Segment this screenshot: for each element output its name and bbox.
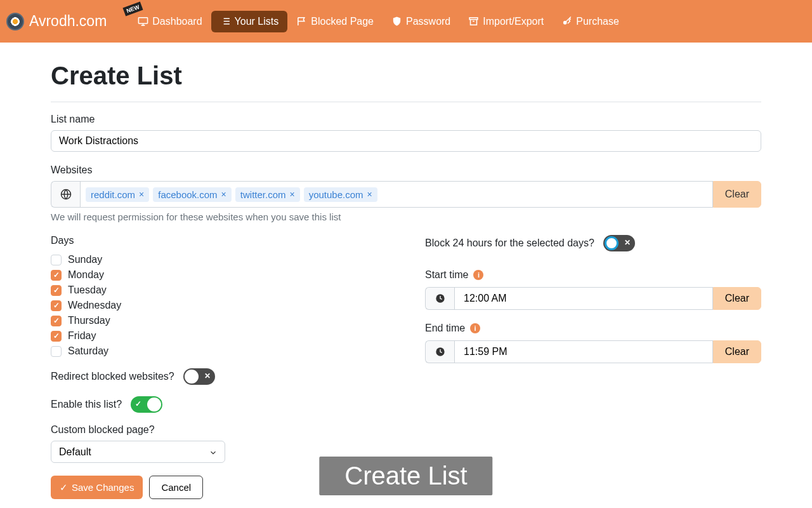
day-checkbox-saturday[interactable]	[51, 346, 62, 357]
divider	[51, 102, 761, 102]
nav-import-export[interactable]: Import/Export	[459, 11, 553, 32]
day-row-saturday: Saturday	[51, 345, 387, 357]
website-tag: twitter.com ×	[235, 187, 300, 202]
end-time-label: End time	[425, 323, 465, 334]
nav-items: NEWDashboardYour ListsBlocked PagePasswo…	[129, 11, 628, 32]
tag-remove-icon[interactable]: ×	[289, 189, 294, 199]
top-navbar: Avrodh.com NEWDashboardYour ListsBlocked…	[0, 0, 812, 43]
enable-toggle[interactable]: ✓	[131, 396, 162, 413]
clock-icon	[425, 340, 454, 363]
day-row-thursday: Thursday	[51, 315, 387, 326]
svg-rect-0	[139, 18, 148, 23]
key-icon	[561, 16, 572, 27]
nav-dashboard[interactable]: NEWDashboard	[129, 11, 211, 32]
clock-icon	[425, 287, 454, 310]
nav-label: Password	[406, 16, 450, 27]
day-row-monday: Monday	[51, 269, 387, 281]
list-name-label: List name	[51, 114, 761, 125]
day-label: Saturday	[68, 345, 108, 357]
page-title: Create List	[51, 62, 761, 90]
x-icon: ✕	[624, 238, 631, 247]
logo-icon	[6, 13, 24, 30]
website-tag: facebook.com ×	[153, 187, 232, 202]
day-label: Sunday	[68, 254, 102, 265]
start-time-input[interactable]	[454, 287, 713, 310]
day-checkbox-sunday[interactable]	[51, 255, 62, 265]
brand-text: Avrodh.com	[29, 13, 107, 30]
day-label: Monday	[68, 269, 104, 281]
day-checkbox-wednesday[interactable]	[51, 300, 62, 311]
day-label: Friday	[68, 330, 96, 342]
cancel-button[interactable]: Cancel	[149, 476, 203, 499]
end-time-input[interactable]	[454, 340, 713, 363]
nav-label: Purchase	[576, 16, 619, 27]
nav-purchase[interactable]: Purchase	[553, 11, 628, 32]
redirect-toggle[interactable]: ✕	[183, 368, 215, 385]
custom-page-select[interactable]: Default	[51, 441, 225, 463]
websites-clear-button[interactable]: Clear	[713, 181, 761, 208]
day-row-friday: Friday	[51, 330, 387, 342]
block24-toggle[interactable]: ✕	[603, 235, 635, 251]
day-checkbox-monday[interactable]	[51, 270, 62, 281]
nav-label: Dashboard	[152, 16, 202, 27]
shield-icon	[391, 16, 402, 27]
flag-icon	[296, 16, 307, 27]
list-name-input[interactable]	[51, 130, 761, 152]
nav-label: Import/Export	[483, 16, 544, 27]
day-label: Wednesday	[68, 300, 121, 311]
svg-rect-1	[469, 18, 478, 20]
day-row-tuesday: Tuesday	[51, 284, 387, 296]
tag-remove-icon[interactable]: ×	[139, 189, 144, 199]
day-row-wednesday: Wednesday	[51, 300, 387, 311]
websites-helper: We will request permission for these web…	[51, 211, 761, 222]
tag-remove-icon[interactable]: ×	[221, 189, 226, 199]
custom-page-label: Custom blocked page?	[51, 424, 387, 436]
days-label: Days	[51, 235, 387, 246]
day-checkbox-thursday[interactable]	[51, 316, 62, 326]
redirect-label: Redirect blocked websites?	[51, 371, 174, 382]
website-tag: youtube.com ×	[304, 187, 377, 202]
nav-your-lists[interactable]: Your Lists	[211, 11, 288, 32]
day-row-sunday: Sunday	[51, 254, 387, 265]
info-icon[interactable]: i	[473, 270, 483, 280]
day-checkbox-friday[interactable]	[51, 331, 62, 342]
globe-icon	[51, 181, 80, 208]
nav-blocked-page[interactable]: Blocked Page	[287, 11, 383, 32]
end-time-clear-button[interactable]: Clear	[713, 340, 761, 363]
start-time-label: Start time	[425, 269, 468, 281]
tag-remove-icon[interactable]: ×	[367, 189, 372, 199]
new-badge: NEW	[123, 1, 143, 16]
enable-label: Enable this list?	[51, 399, 122, 410]
websites-label: Websites	[51, 164, 761, 176]
day-label: Tuesday	[68, 284, 107, 296]
info-icon[interactable]: i	[470, 323, 480, 333]
check-icon: ✓	[60, 482, 68, 493]
websites-input[interactable]: reddit.com ×facebook.com ×twitter.com ×y…	[80, 181, 713, 208]
list-icon	[220, 16, 231, 27]
nav-label: Your Lists	[235, 16, 279, 27]
block24-label: Block 24 hours for the selected days?	[425, 237, 594, 249]
check-icon: ✓	[135, 399, 141, 408]
archive-icon	[468, 16, 479, 27]
start-time-clear-button[interactable]: Clear	[713, 287, 761, 310]
website-tag: reddit.com ×	[86, 187, 149, 202]
nav-password[interactable]: Password	[383, 11, 459, 32]
save-button[interactable]: ✓ Save Changes	[51, 476, 143, 499]
brand[interactable]: Avrodh.com	[6, 13, 107, 30]
x-icon: ✕	[204, 371, 211, 380]
monitor-icon	[138, 16, 148, 27]
nav-label: Blocked Page	[311, 16, 374, 27]
day-checkbox-tuesday[interactable]	[51, 285, 62, 296]
day-label: Thursday	[68, 315, 110, 326]
